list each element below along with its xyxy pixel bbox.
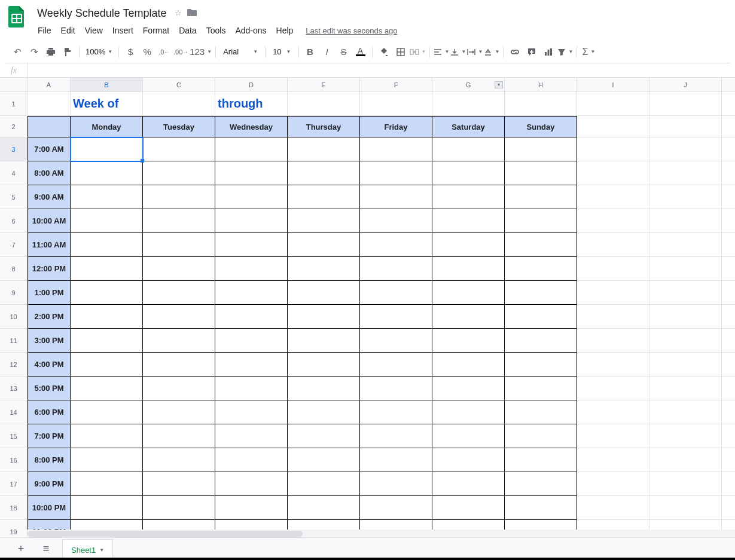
spreadsheet-grid[interactable]: ABCDEFG▼HIJ1Week ofthrough2MondayTuesday… [0,78,735,538]
row-header-15[interactable]: 15 [0,424,28,448]
cell-C9[interactable] [143,281,215,305]
cell-14[interactable] [722,400,735,424]
cell-H10[interactable] [505,305,577,329]
cell-13[interactable] [722,377,735,400]
cell-I12[interactable] [577,353,649,377]
cell-I3[interactable] [577,137,649,161]
menu-file[interactable]: File [33,23,56,38]
cell-G11[interactable] [432,329,505,353]
cell-A17[interactable]: 9:00 PM [28,472,71,496]
cell-16[interactable] [722,448,735,472]
cell-J18[interactable] [649,496,722,520]
cell-I5[interactable] [577,185,649,209]
last-edit-link[interactable]: Last edit was seconds ago [306,26,397,35]
cell-E13[interactable] [288,377,360,400]
cell-I15[interactable] [577,424,649,448]
cell-2[interactable] [722,116,735,137]
cell-A1[interactable] [28,92,71,116]
move-folder-icon[interactable] [187,8,197,19]
font-size-dropdown[interactable]: 10▼ [269,44,294,60]
horizontal-align-dropdown[interactable]: ▼ [434,44,449,60]
cell-F2[interactable]: Friday [360,116,432,137]
cell-I11[interactable] [577,329,649,353]
print-button[interactable] [43,44,59,60]
italic-button[interactable]: I [319,44,335,60]
cell-J6[interactable] [649,209,722,233]
decrease-decimal-button[interactable]: .0← [156,44,172,60]
cell-F4[interactable] [360,161,432,185]
cell-F13[interactable] [360,377,432,400]
cell-B7[interactable] [71,233,143,257]
cell-C1[interactable] [143,92,215,116]
menu-tools[interactable]: Tools [202,23,230,38]
cell-C2[interactable]: Tuesday [143,116,215,137]
cell-D7[interactable] [215,233,288,257]
cell-D17[interactable] [215,472,288,496]
cell-C14[interactable] [143,400,215,424]
cell-B17[interactable] [71,472,143,496]
column-header-B[interactable]: B [71,78,143,92]
add-sheet-button[interactable]: + [12,540,30,558]
cell-D3[interactable] [215,137,288,161]
column-header-A[interactable]: A [28,78,71,92]
cell-7[interactable] [722,233,735,257]
cell-D8[interactable] [215,257,288,281]
column-header-J[interactable]: J [649,78,722,92]
menu-view[interactable]: View [81,23,107,38]
cell-F1[interactable] [360,92,432,116]
cell-A9[interactable]: 1:00 PM [28,281,71,305]
row-header-7[interactable]: 7 [0,233,28,257]
cell-D14[interactable] [215,400,288,424]
row-header-16[interactable]: 16 [0,448,28,472]
cell-F12[interactable] [360,353,432,377]
paint-format-button[interactable] [60,44,75,60]
cell-H6[interactable] [505,209,577,233]
star-icon[interactable]: ☆ [175,8,182,19]
cell-A13[interactable]: 5:00 PM [28,377,71,400]
cell-E5[interactable] [288,185,360,209]
cell-F9[interactable] [360,281,432,305]
insert-link-button[interactable] [507,44,523,60]
cell-B1[interactable]: Week of [71,92,143,116]
cell-E1[interactable] [288,92,360,116]
column-header-D[interactable]: D [215,78,288,92]
functions-dropdown[interactable]: Σ▼ [581,44,596,60]
font-family-dropdown[interactable]: Arial▼ [219,44,261,60]
cell-E6[interactable] [288,209,360,233]
cell-J12[interactable] [649,353,722,377]
cell-A16[interactable]: 8:00 PM [28,448,71,472]
sheets-logo[interactable] [5,5,29,29]
column-header-H[interactable]: H [505,78,577,92]
cell-4[interactable] [722,161,735,185]
format-currency-button[interactable]: $ [123,44,138,60]
cell-J16[interactable] [649,448,722,472]
cell-G16[interactable] [432,448,505,472]
cell-C10[interactable] [143,305,215,329]
cell-E8[interactable] [288,257,360,281]
cell-I8[interactable] [577,257,649,281]
cell-B11[interactable] [71,329,143,353]
menu-format[interactable]: Format [139,23,173,38]
row-header-6[interactable]: 6 [0,209,28,233]
insert-comment-button[interactable] [524,44,539,60]
cell-B6[interactable] [71,209,143,233]
cell-E4[interactable] [288,161,360,185]
row-header-12[interactable]: 12 [0,353,28,377]
zoom-dropdown[interactable]: 100%▼ [83,44,115,60]
all-sheets-button[interactable]: ≡ [37,540,55,558]
cell-3[interactable] [722,137,735,161]
insert-chart-button[interactable] [541,44,556,60]
cell-B10[interactable] [71,305,143,329]
cell-D11[interactable] [215,329,288,353]
cell-G3[interactable] [432,137,505,161]
menu-insert[interactable]: Insert [108,23,138,38]
cell-E9[interactable] [288,281,360,305]
merge-cells-dropdown[interactable]: ▼ [410,44,426,60]
cell-D13[interactable] [215,377,288,400]
cell-E15[interactable] [288,424,360,448]
cell-E14[interactable] [288,400,360,424]
cell-A8[interactable]: 12:00 PM [28,257,71,281]
cell-A5[interactable]: 9:00 AM [28,185,71,209]
cell-G17[interactable] [432,472,505,496]
cell-F3[interactable] [360,137,432,161]
